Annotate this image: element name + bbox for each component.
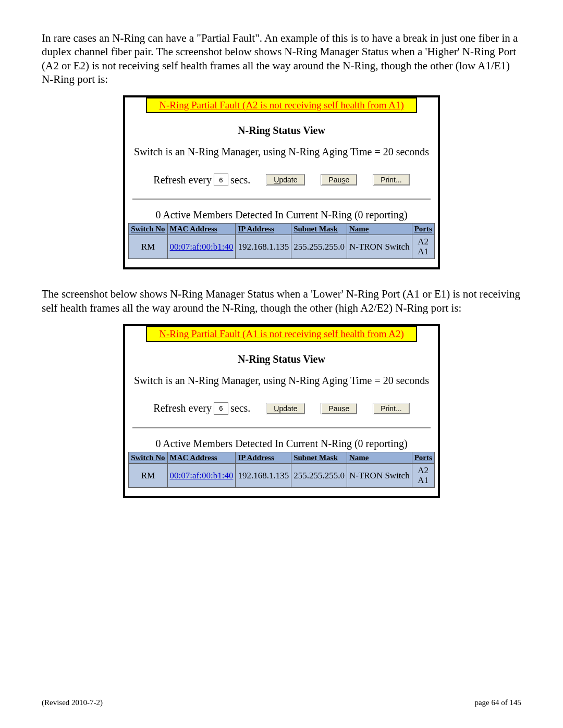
status-panel-a1: N-Ring Partial Fault (A1 is not receivin…: [123, 324, 440, 498]
cell-switchno: RM: [129, 235, 167, 259]
footer-page: page 64 of 145: [474, 698, 521, 707]
col-ip: IP Address: [236, 224, 291, 235]
col-name: Name: [347, 452, 412, 463]
cell-ip: 192.168.1.135: [236, 235, 291, 259]
col-ports: Ports: [412, 224, 434, 235]
table-row: RM 00:07:af:00:b1:40 192.168.1.135 255.2…: [129, 463, 435, 487]
col-mask: Subnet Mask: [291, 224, 347, 235]
table-row: RM 00:07:af:00:b1:40 192.168.1.135 255.2…: [129, 235, 435, 259]
members-text: 0 Active Members Detected In Current N-R…: [125, 209, 438, 221]
cell-mask: 255.255.255.0: [291, 463, 347, 487]
pause-button[interactable]: Pause: [321, 403, 357, 414]
status-panel-a2: N-Ring Partial Fault (A2 is not receivin…: [123, 95, 440, 269]
refresh-label: Refresh every: [153, 174, 212, 186]
refresh-label: Refresh every: [153, 402, 212, 414]
cell-mask: 255.255.255.0: [291, 235, 347, 259]
col-ports: Ports: [412, 452, 434, 463]
fault-banner: N-Ring Partial Fault (A2 is not receivin…: [146, 97, 417, 113]
refresh-input[interactable]: [214, 402, 228, 415]
panel-title: N-Ring Status View: [125, 353, 438, 365]
cell-switchno: RM: [129, 463, 167, 487]
intro-para-2: The screenshot below shows N-Ring Manage…: [42, 287, 521, 315]
cell-ports: A2 A1: [412, 235, 434, 259]
refresh-suffix: secs.: [230, 402, 250, 414]
mac-link[interactable]: 00:07:af:00:b1:40: [170, 242, 234, 252]
aging-text: Switch is an N-Ring Manager, using N-Rin…: [125, 146, 438, 158]
update-button[interactable]: Update: [266, 174, 305, 186]
cell-name: N-TRON Switch: [347, 463, 412, 487]
footer-revised: (Revised 2010-7-2): [42, 698, 103, 707]
print-button[interactable]: Print...: [373, 403, 409, 414]
refresh-suffix: secs.: [230, 174, 250, 186]
members-text: 0 Active Members Detected In Current N-R…: [125, 438, 438, 450]
aging-text: Switch is an N-Ring Manager, using N-Rin…: [125, 375, 438, 387]
update-button[interactable]: Update: [266, 403, 305, 414]
print-button[interactable]: Print...: [373, 174, 409, 186]
col-mask: Subnet Mask: [291, 452, 347, 463]
cell-ports: A2 A1: [412, 463, 434, 487]
panel-title: N-Ring Status View: [125, 125, 438, 137]
intro-para-1: In rare cases an N-Ring can have a "Part…: [42, 31, 521, 86]
divider: [132, 427, 431, 428]
members-table: Switch No MAC Address IP Address Subnet …: [128, 223, 435, 259]
refresh-input[interactable]: [214, 174, 228, 186]
cell-mac: 00:07:af:00:b1:40: [167, 463, 236, 487]
col-mac: MAC Address: [167, 224, 236, 235]
col-switchno: Switch No: [129, 452, 167, 463]
col-name: Name: [347, 224, 412, 235]
fault-banner: N-Ring Partial Fault (A1 is not receivin…: [146, 326, 417, 342]
col-ip: IP Address: [236, 452, 291, 463]
divider: [132, 199, 431, 200]
col-switchno: Switch No: [129, 224, 167, 235]
mac-link[interactable]: 00:07:af:00:b1:40: [170, 471, 234, 480]
pause-button[interactable]: Pause: [321, 174, 357, 186]
cell-ip: 192.168.1.135: [236, 463, 291, 487]
members-table: Switch No MAC Address IP Address Subnet …: [128, 452, 435, 488]
cell-mac: 00:07:af:00:b1:40: [167, 235, 236, 259]
cell-name: N-TRON Switch: [347, 235, 412, 259]
col-mac: MAC Address: [167, 452, 236, 463]
